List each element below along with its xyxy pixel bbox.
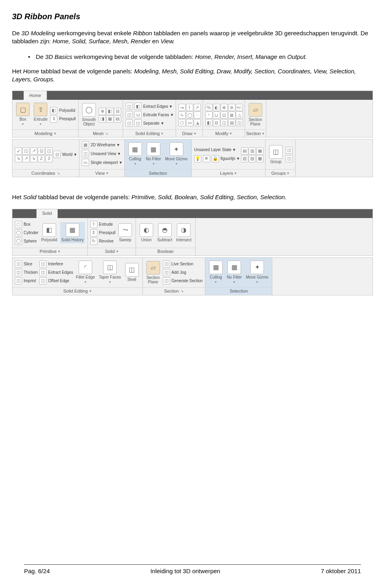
section-plane-button[interactable]: ▱SectionPlane [247,102,263,127]
wireframe-dropdown[interactable]: ▦2D Wireframe▾ [82,141,120,148]
modify-icon[interactable]: ◐ [213,104,220,111]
sweep-button[interactable]: ⤳Sweep [117,222,133,243]
extrude-button[interactable]: ⇧Extrude▾ [32,102,49,127]
se-icon[interactable]: ◫ [126,103,133,110]
cylinder-button[interactable]: ◯Cylinder [15,229,38,236]
section-plane-button[interactable]: ▱SectionPlane [145,260,161,285]
slice-button[interactable]: ◫Slice [15,261,38,268]
draw-icon[interactable]: ⬠ [178,119,186,126]
movegizmo-button[interactable]: ✦Move Gizmo▾ [245,260,270,285]
coord-icon[interactable]: ↳ [30,155,37,162]
presspull-button[interactable]: ⇕Presspull [90,229,116,236]
smooth-object-button[interactable]: ◯SmoothObject [81,102,97,127]
separate-button[interactable]: ◫Separate ▾ [134,119,173,127]
imprint-button[interactable]: ◫Imprint [15,277,38,285]
taper-faces-button[interactable]: ◫Taper Faces▾ [98,260,122,285]
culling-button[interactable]: ▦Culling▾ [127,141,143,167]
mesh-icon[interactable]: ▦ [106,115,113,123]
nofilter-button[interactable]: ▦No Filter▾ [145,141,162,167]
se-icon[interactable]: ◫ [126,111,133,118]
group-icon[interactable]: ◫ [286,147,293,154]
mesh-icon[interactable]: ◧ [106,108,113,115]
culling-button[interactable]: ▦Culling▾ [208,260,224,285]
offset-edge-button[interactable]: ◫Offset Edge [39,277,73,285]
draw-icon[interactable]: ↗ [194,104,201,111]
group-icon[interactable]: ◫ [286,155,293,162]
layer-state-dropdown[interactable]: Unsaved Layer State▾ [194,147,239,153]
add-jog-button[interactable]: ◫Add Jog [163,269,203,276]
union-button[interactable]: ◐Union [138,222,154,243]
coord-icon[interactable]: Z [38,155,45,162]
coord-icon[interactable]: 3 [45,155,53,162]
box-button[interactable]: ▢Box▾ [15,102,31,127]
mesh-icon[interactable]: ◨ [99,115,106,123]
coord-icon[interactable]: ⊡ [38,148,45,155]
coord-icon[interactable]: ◫ [22,148,30,155]
modify-icon[interactable]: +/- [236,104,243,111]
modify-icon[interactable]: ⊚ [228,104,235,111]
draw-icon[interactable]: ◮ [194,119,201,126]
thicken-button[interactable]: ◫Thicken [15,269,38,276]
layer-dropdown[interactable]: 💡❄🔒figuurlijn▾ [194,155,239,162]
world-dropdown[interactable]: ⊡World▾ [53,151,77,158]
interfere-button[interactable]: ◫Interfere [39,261,73,268]
extrude-faces-button[interactable]: ⊔Extrude Faces ▾ [134,111,173,118]
draw-icon[interactable]: · [194,111,201,119]
layer-icon[interactable]: ▥ [249,148,256,155]
solid-history-button[interactable]: ▦Solid History [60,222,85,243]
mesh-icon[interactable]: ▤ [114,115,121,123]
extrude-button[interactable]: ⇧Extrude [90,221,116,228]
unsaved-view-dropdown[interactable]: ◫Unsaved View▾ [82,150,120,157]
modify-icon[interactable]: ⊡ [221,111,228,119]
coord-icon[interactable]: ↗ [22,155,30,162]
modify-icon[interactable]: % [205,104,213,111]
extract-edges-button[interactable]: ◧Extract Edges ▾ [134,103,173,110]
draw-icon[interactable]: ◯ [186,111,193,119]
coord-icon[interactable]: ◫ [45,148,53,155]
layer-icon[interactable]: ▨ [249,155,256,162]
tab-home[interactable]: Home [24,91,47,100]
nofilter-button[interactable]: ▦No Filter▾ [225,260,243,285]
layer-icon[interactable]: ▧ [241,155,248,162]
modify-icon[interactable]: ◫ [221,119,228,126]
modify-icon[interactable]: △ [236,111,243,119]
draw-icon[interactable]: ∿ [178,111,186,119]
layer-icon[interactable]: ▤ [241,148,248,155]
fillet-edge-button[interactable]: ◜Fillet Edge▾ [75,260,96,285]
group-button[interactable]: ◫Group [268,144,284,165]
draw-icon[interactable]: ⌇ [186,104,193,111]
polysolid-button[interactable]: ◧Polysolid [40,222,59,243]
se-icon[interactable]: ◫ [126,119,133,127]
coord-icon[interactable]: ↗ [30,148,37,155]
layer-icon[interactable]: ▩ [256,155,263,162]
mesh-icon[interactable]: ⊟ [114,108,121,115]
modify-icon[interactable]: ⊟ [213,119,220,126]
coord-icon[interactable]: ↳ [15,155,22,162]
shell-button[interactable]: ◫Shell [124,262,140,283]
modify-icon[interactable]: ⊔ [213,111,220,119]
coord-icon[interactable]: ↙ [15,148,22,155]
presspull-button[interactable]: ⇕Presspull [50,115,75,123]
single-viewport-dropdown[interactable]: ▭Single viewport▾ [82,159,122,166]
revolve-button[interactable]: ↻Revolve [90,238,116,245]
extract-edges-button[interactable]: ◫Extract Edges [39,269,73,276]
polysolid-button[interactable]: ◧Polysolid [50,107,75,114]
sphere-button[interactable]: ◯Sphere [15,238,38,245]
layer-icon[interactable]: ▦ [256,148,263,155]
modify-icon[interactable]: ⊕ [221,104,228,111]
box-button[interactable]: ▢Box [15,221,38,228]
movegizmo-button[interactable]: ✦Move Gizmo▾ [164,141,189,167]
draw-icon[interactable]: ▭ [186,119,193,126]
modify-icon[interactable]: ⊠ [228,111,235,119]
generate-section-button[interactable]: ◫Generate Section [163,277,203,285]
modify-icon[interactable]: ◫ [236,119,243,126]
mesh-icon[interactable]: ⊕ [99,108,106,115]
tab-solid[interactable]: Solid [36,209,58,218]
modify-icon[interactable]: ◧ [205,119,213,126]
intersect-button[interactable]: ◑Intersect [175,222,192,243]
subtract-button[interactable]: ◓Subtract [156,222,173,243]
modify-icon[interactable]: ᴸ [205,111,213,119]
live-section-button[interactable]: ◫Live Section [163,261,203,268]
modify-icon[interactable]: ▤ [228,119,235,126]
draw-icon[interactable]: ↝ [178,104,186,111]
